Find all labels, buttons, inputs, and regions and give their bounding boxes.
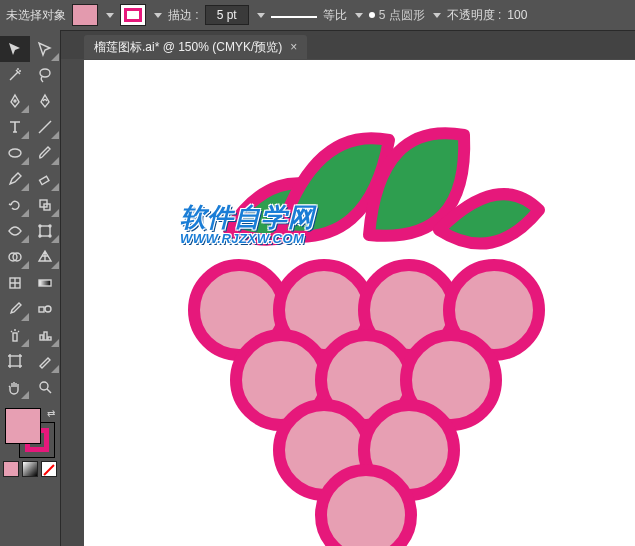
symbol-sprayer-tool[interactable] — [0, 322, 30, 348]
chevron-down-icon[interactable] — [154, 13, 162, 18]
svg-point-22 — [40, 382, 48, 390]
chevron-down-icon[interactable] — [433, 13, 441, 18]
profile-label: 等比 — [323, 7, 347, 24]
svg-point-1 — [14, 100, 16, 102]
svg-rect-17 — [13, 333, 17, 341]
eyedropper-tool[interactable] — [0, 296, 30, 322]
svg-point-9 — [39, 235, 41, 237]
stroke-profile[interactable] — [271, 8, 317, 22]
gradient-tool[interactable] — [30, 270, 60, 296]
close-icon[interactable]: × — [290, 40, 297, 54]
svg-rect-14 — [39, 280, 51, 286]
tab-title: 榴莲图标.ai* @ 150% (CMYK/预览) — [94, 39, 282, 56]
chevron-down-icon[interactable] — [106, 13, 114, 18]
zoom-tool[interactable] — [30, 374, 60, 400]
opacity-value[interactable]: 100 — [507, 8, 527, 22]
document-tab-bar: 榴莲图标.ai* @ 150% (CMYK/预览) × — [0, 31, 635, 59]
fill-color-icon[interactable] — [5, 408, 41, 444]
stroke-label: 描边 : — [168, 7, 199, 24]
options-bar: 未选择对象 描边 : 5 pt 等比 5 点圆形 不透明度 : 100 — [0, 0, 635, 31]
svg-rect-18 — [40, 335, 43, 340]
hand-tool[interactable] — [0, 374, 30, 400]
scale-tool[interactable] — [30, 192, 60, 218]
watermark: 软件自学网 WWW.RJZXW.COM — [180, 200, 315, 246]
width-tool[interactable] — [0, 218, 30, 244]
color-mode-row — [0, 461, 60, 477]
fill-swatch[interactable] — [72, 4, 98, 26]
curvature-tool[interactable] — [30, 88, 60, 114]
lasso-tool[interactable] — [30, 62, 60, 88]
svg-rect-15 — [39, 307, 44, 312]
svg-rect-19 — [44, 332, 47, 340]
color-mode-gradient[interactable] — [22, 461, 38, 477]
svg-rect-6 — [40, 226, 50, 236]
pen-tool[interactable] — [0, 88, 30, 114]
blend-tool[interactable] — [30, 296, 60, 322]
column-graph-tool[interactable] — [30, 322, 60, 348]
watermark-line2: WWW.RJZXW.COM — [180, 231, 315, 246]
pencil-tool[interactable] — [0, 166, 30, 192]
selection-tool[interactable] — [0, 36, 30, 62]
artboard-canvas[interactable]: 软件自学网 WWW.RJZXW.COM — [84, 60, 635, 546]
color-mode-solid[interactable] — [3, 461, 19, 477]
workspace: 软件自学网 WWW.RJZXW.COM — [84, 60, 635, 546]
chevron-down-icon[interactable] — [355, 13, 363, 18]
color-mode-none[interactable] — [41, 461, 57, 477]
mesh-tool[interactable] — [0, 270, 30, 296]
paintbrush-tool[interactable] — [30, 140, 60, 166]
svg-point-32 — [321, 470, 411, 546]
chevron-down-icon[interactable] — [257, 13, 265, 18]
brush-definition[interactable]: 5 点圆形 — [369, 7, 425, 24]
swap-icon[interactable]: ⇄ — [47, 408, 55, 419]
artwork-svg — [84, 60, 635, 546]
magic-wand-tool[interactable] — [0, 62, 30, 88]
rotate-tool[interactable] — [0, 192, 30, 218]
opacity-label: 不透明度 : — [447, 7, 502, 24]
tools-panel: ⇄ — [0, 30, 61, 546]
stroke-swatch[interactable] — [120, 4, 146, 26]
document-tab[interactable]: 榴莲图标.ai* @ 150% (CMYK/预览) × — [84, 35, 307, 59]
line-tool[interactable] — [30, 114, 60, 140]
free-transform-tool[interactable] — [30, 218, 60, 244]
svg-point-2 — [9, 149, 21, 157]
fill-stroke-control[interactable]: ⇄ — [5, 408, 55, 458]
watermark-line1: 软件自学网 — [180, 200, 315, 235]
shape-builder-tool[interactable] — [0, 244, 30, 270]
direct-selection-tool[interactable] — [30, 36, 60, 62]
svg-point-16 — [45, 306, 51, 312]
perspective-tool[interactable] — [30, 244, 60, 270]
svg-rect-3 — [40, 176, 49, 184]
ellipse-tool[interactable] — [0, 140, 30, 166]
eraser-tool[interactable] — [30, 166, 60, 192]
stroke-weight-input[interactable]: 5 pt — [205, 5, 249, 25]
svg-point-0 — [40, 69, 50, 77]
type-tool[interactable] — [0, 114, 30, 140]
selection-status: 未选择对象 — [6, 7, 66, 24]
slice-tool[interactable] — [30, 348, 60, 374]
svg-rect-21 — [10, 356, 20, 366]
svg-point-7 — [39, 225, 41, 227]
artboard-tool[interactable] — [0, 348, 30, 374]
svg-point-8 — [49, 225, 51, 227]
